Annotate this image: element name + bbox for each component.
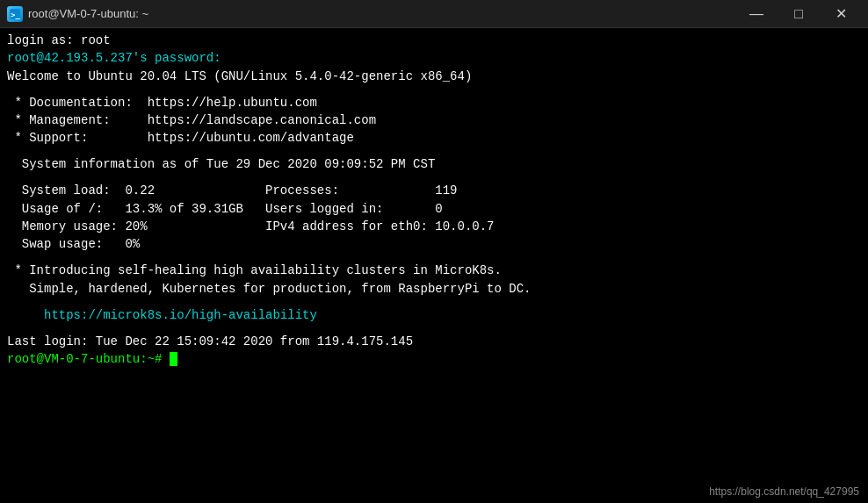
terminal-line: Last login: Tue Dec 22 15:09:42 2020 fro… <box>7 333 861 350</box>
terminal-line: Usage of /: 13.3% of 39.31GB Users logge… <box>7 200 861 218</box>
close-button[interactable]: ✕ <box>821 0 861 28</box>
terminal-line: Welcome to Ubuntu 20.04 LTS (GNU/Linux 5… <box>7 68 861 85</box>
terminal-line: * Management: https://landscape.canonica… <box>7 111 861 129</box>
terminal-line <box>7 174 861 183</box>
window-title: root@VM-0-7-ubuntu: ~ <box>28 7 148 20</box>
terminal-line: * Documentation: https://help.ubuntu.com <box>7 94 861 111</box>
window-controls: — □ ✕ <box>736 0 861 28</box>
title-bar-left: >_ root@VM-0-7-ubuntu: ~ <box>7 6 148 22</box>
terminal-line <box>7 254 861 262</box>
window: >_ root@VM-0-7-ubuntu: ~ — □ ✕ login as:… <box>0 0 868 503</box>
terminal-line: * Introducing self-healing high availabi… <box>7 262 861 279</box>
terminal-line: https://microk8s.io/high-availability <box>7 306 861 324</box>
watermark: https://blog.csdn.net/qq_427995 <box>709 485 859 498</box>
terminal-line <box>7 298 861 306</box>
terminal-line: Swap usage: 0% <box>7 235 861 253</box>
terminal-line: login as: root <box>7 32 861 49</box>
terminal-line: root@42.193.5.237's password: <box>7 49 861 67</box>
minimize-button[interactable]: — <box>736 0 777 28</box>
terminal-body[interactable]: login as: rootroot@42.193.5.237's passwo… <box>0 28 868 503</box>
terminal-line <box>7 85 861 94</box>
title-bar: >_ root@VM-0-7-ubuntu: ~ — □ ✕ <box>0 0 868 28</box>
maximize-button[interactable]: □ <box>778 0 819 28</box>
terminal-line: System information as of Tue 29 Dec 2020… <box>7 155 861 173</box>
cursor <box>170 352 177 366</box>
terminal-line <box>7 147 861 156</box>
terminal-line: * Support: https://ubuntu.com/advantage <box>7 129 861 147</box>
terminal-line <box>7 324 861 333</box>
terminal-icon: >_ <box>7 6 23 22</box>
terminal-line: Simple, hardened, Kubernetes for product… <box>7 280 861 298</box>
terminal-line: root@VM-0-7-ubuntu:~# <box>7 350 861 368</box>
terminal-line: System load: 0.22 Processes: 119 <box>7 182 861 199</box>
svg-text:>_: >_ <box>11 11 20 19</box>
terminal-line: Memory usage: 20% IPv4 address for eth0:… <box>7 218 861 235</box>
